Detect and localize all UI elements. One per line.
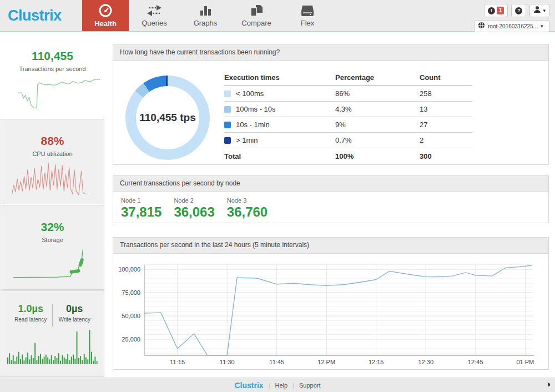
sidebar-card-latency[interactable]: 1.0µs Read latency 0µs Write latency <box>1 290 104 377</box>
svg-text:12:30: 12:30 <box>418 359 433 365</box>
write-latency-value: 0µs <box>58 303 90 315</box>
panel-tps-by-node: Current transactions per second by node … <box>113 175 549 223</box>
tab-flex[interactable]: Flex <box>282 0 333 31</box>
cpu-value: 88% <box>1 134 104 148</box>
health-gauge-icon <box>98 3 113 18</box>
footer-support-link[interactable]: Support <box>299 382 321 389</box>
table-row: < 100ms 86% 258 <box>224 86 472 102</box>
chevron-down-icon: ▾ <box>543 8 546 13</box>
storage-label: Storage <box>1 237 104 243</box>
svg-text:75,000: 75,000 <box>122 289 140 296</box>
tab-flex-label: Flex <box>301 19 315 27</box>
svg-text:01 PM: 01 PM <box>516 359 534 365</box>
execution-times-donut: 110,455 tps <box>125 76 210 160</box>
total-label: Total <box>224 152 335 160</box>
user-icon <box>533 6 541 16</box>
storage-sparkline <box>8 245 97 280</box>
table-row: 10s - 1min 9% 27 <box>224 117 472 133</box>
footer-separator: | <box>292 382 294 389</box>
footer: Clustrix | Help | Support ◑ <box>0 378 555 392</box>
row-count: 27 <box>420 120 472 129</box>
node-3: Node 3 36,760 <box>227 197 268 220</box>
contrast-toggle-icon[interactable]: ◑ <box>546 379 551 389</box>
svg-text:50,000: 50,000 <box>122 313 140 319</box>
top-nav: Clustrix Health Queries <box>0 0 555 32</box>
node-value: 37,815 <box>121 204 162 220</box>
read-latency-label: Read latency <box>14 316 47 323</box>
svg-text:11:15: 11:15 <box>170 359 185 365</box>
node-label: Node 2 <box>174 197 214 204</box>
execution-times-table: Execution times Percentage Count < 100ms… <box>224 69 472 164</box>
read-latency-value: 1.0µs <box>14 303 47 315</box>
svg-text:12 PM: 12 PM <box>317 359 335 365</box>
row-percentage: 4.3% <box>335 105 420 113</box>
cluster-select[interactable]: root-20160316225... ▾ <box>474 20 549 32</box>
table-row: 100ms - 10s 4.3% 13 <box>224 102 472 117</box>
alerts-button[interactable]: ! 1 <box>484 4 508 17</box>
question-icon: ? <box>515 7 522 14</box>
clustrix-logo[interactable]: Clustrix <box>8 0 62 31</box>
tps-label: Transactions per second <box>0 66 105 72</box>
tab-graphs[interactable]: Graphs <box>180 0 231 31</box>
table-row: > 1min 0.7% 2 <box>224 133 472 148</box>
node-value: 36,063 <box>174 204 214 220</box>
write-latency-label: Write latency <box>58 316 90 323</box>
footer-help-link[interactable]: Help <box>275 382 287 389</box>
tab-graphs-label: Graphs <box>194 19 218 27</box>
footer-brand[interactable]: Clustrix <box>235 381 264 390</box>
panel-transactions-title: How long have the current transactions b… <box>113 45 548 61</box>
donut-hole: 110,455 tps <box>136 86 199 149</box>
row-label: 10s - 1min <box>236 120 270 129</box>
tab-health[interactable]: Health <box>82 0 129 31</box>
user-menu-button[interactable]: ▾ <box>529 4 549 17</box>
panel-tps-history: Transactions per second in the last 24 h… <box>113 237 549 370</box>
footer-separator: | <box>269 382 270 389</box>
node-2: Node 2 36,063 <box>174 197 214 220</box>
col-count: Count <box>420 73 472 82</box>
tab-queries[interactable]: Queries <box>129 0 180 31</box>
node-1: Node 1 37,815 <box>121 197 162 220</box>
tps-value: 110,455 <box>0 49 105 63</box>
flex-drive-icon <box>300 4 315 17</box>
svg-text:25,000: 25,000 <box>122 336 140 343</box>
table-header-row: Execution times Percentage Count <box>224 69 472 86</box>
row-label: < 100ms <box>236 89 264 98</box>
panel-history-title: Transactions per second in the last 24 h… <box>113 238 548 254</box>
col-percentage: Percentage <box>335 73 420 82</box>
row-percentage: 0.7% <box>335 136 420 144</box>
nav-right-controls: ! 1 ? ▾ <box>474 4 549 32</box>
table-total-row: Total 100% 300 <box>224 148 472 164</box>
cpu-label: CPU utilization <box>1 150 104 157</box>
nav-tabs: Health Queries Graphs <box>82 0 333 31</box>
sidebar-card-tps[interactable]: 110,455 Transactions per second <box>0 34 105 118</box>
queries-arrows-icon <box>146 4 163 17</box>
alert-exclamation-icon: ! <box>488 7 495 14</box>
legend-swatch <box>224 137 231 144</box>
svg-text:12:15: 12:15 <box>369 359 384 365</box>
compare-documents-icon <box>249 4 264 17</box>
total-count: 300 <box>420 152 472 160</box>
tab-compare[interactable]: Compare <box>231 0 282 31</box>
donut-center-value: 110,455 tps <box>139 112 195 124</box>
tps-line-chart: 11:1511:3011:4512 PM12:1512:3012:4501 PM… <box>113 255 546 370</box>
row-percentage: 86% <box>335 89 420 98</box>
sidebar-card-storage[interactable]: 32% Storage <box>1 205 104 290</box>
node-label: Node 1 <box>121 197 162 204</box>
sidebar-card-cpu[interactable]: 88% CPU utilization <box>1 119 104 204</box>
bar-chart-icon <box>199 4 212 17</box>
tab-health-label: Health <box>94 19 117 28</box>
col-execution-times: Execution times <box>224 73 335 82</box>
row-label: 100ms - 10s <box>236 105 276 113</box>
panel-transactions-running: How long have the current transactions b… <box>113 44 549 165</box>
row-count: 258 <box>420 89 472 98</box>
row-count: 13 <box>420 105 472 113</box>
node-value: 36,760 <box>227 204 268 220</box>
cluster-select-value: root-20160316225... <box>488 23 538 29</box>
chevron-down-icon: ▾ <box>541 23 543 29</box>
svg-text:100,000: 100,000 <box>118 266 140 273</box>
tps-sparkline <box>6 74 100 114</box>
latency-bars-chart <box>7 330 98 364</box>
help-button[interactable]: ? <box>511 4 526 17</box>
svg-text:11:45: 11:45 <box>269 359 284 365</box>
legend-swatch <box>224 122 231 128</box>
